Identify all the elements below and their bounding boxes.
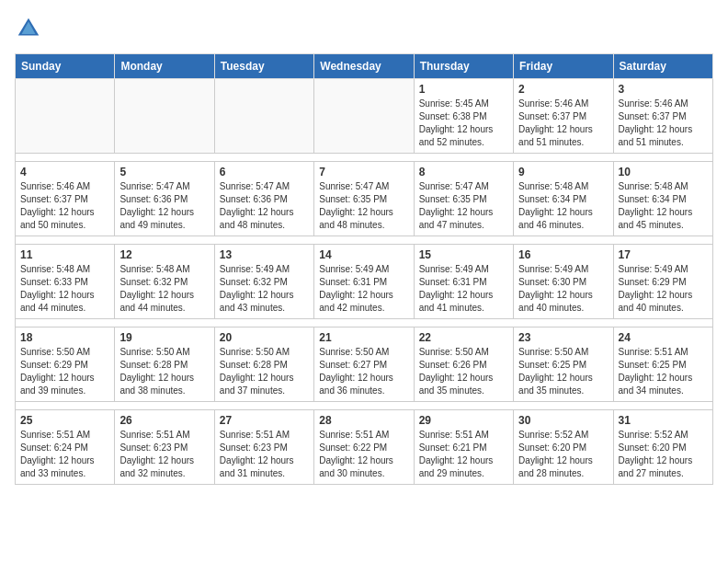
calendar-day-cell: 2Sunrise: 5:46 AM Sunset: 6:37 PM Daylig… — [514, 79, 613, 154]
day-number: 4 — [20, 166, 109, 178]
day-number: 18 — [20, 331, 109, 344]
day-info: Sunrise: 5:49 AM Sunset: 6:31 PM Dayligh… — [419, 263, 508, 315]
calendar-day-cell: 10Sunrise: 5:48 AM Sunset: 6:34 PM Dayli… — [613, 162, 712, 236]
day-number: 6 — [220, 166, 309, 178]
logo-icon — [15, 15, 42, 42]
day-info: Sunrise: 5:50 AM Sunset: 6:25 PM Dayligh… — [518, 346, 608, 397]
weekday-header: Monday — [115, 54, 214, 79]
day-number: 8 — [419, 166, 508, 178]
calendar-day-cell: 21Sunrise: 5:50 AM Sunset: 6:27 PM Dayli… — [314, 327, 414, 402]
day-info: Sunrise: 5:47 AM Sunset: 6:36 PM Dayligh… — [119, 180, 209, 232]
calendar-day-cell: 6Sunrise: 5:47 AM Sunset: 6:36 PM Daylig… — [214, 162, 313, 236]
day-info: Sunrise: 5:50 AM Sunset: 6:28 PM Dayligh… — [220, 346, 309, 397]
calendar-day-cell: 13Sunrise: 5:49 AM Sunset: 6:32 PM Dayli… — [214, 245, 313, 319]
day-number: 30 — [518, 414, 608, 427]
day-info: Sunrise: 5:51 AM Sunset: 6:23 PM Dayligh… — [220, 429, 309, 480]
calendar-day-cell — [214, 79, 313, 154]
day-info: Sunrise: 5:45 AM Sunset: 6:38 PM Dayligh… — [419, 98, 508, 149]
calendar-day-cell: 19Sunrise: 5:50 AM Sunset: 6:28 PM Dayli… — [115, 327, 214, 402]
weekday-header: Sunday — [16, 54, 115, 79]
calendar-day-cell: 31Sunrise: 5:52 AM Sunset: 6:20 PM Dayli… — [613, 410, 712, 485]
calendar-week-row: 1Sunrise: 5:45 AM Sunset: 6:38 PM Daylig… — [16, 79, 713, 154]
week-separator — [16, 154, 713, 162]
calendar-day-cell — [314, 79, 414, 154]
day-info: Sunrise: 5:51 AM Sunset: 6:23 PM Dayligh… — [119, 429, 209, 480]
day-info: Sunrise: 5:47 AM Sunset: 6:35 PM Dayligh… — [319, 180, 408, 232]
calendar-header-row: SundayMondayTuesdayWednesdayThursdayFrid… — [16, 54, 713, 79]
day-info: Sunrise: 5:51 AM Sunset: 6:25 PM Dayligh… — [619, 346, 708, 397]
day-info: Sunrise: 5:46 AM Sunset: 6:37 PM Dayligh… — [619, 98, 708, 149]
day-info: Sunrise: 5:49 AM Sunset: 6:29 PM Dayligh… — [619, 263, 708, 315]
day-info: Sunrise: 5:51 AM Sunset: 6:22 PM Dayligh… — [319, 429, 408, 480]
day-info: Sunrise: 5:47 AM Sunset: 6:35 PM Dayligh… — [419, 180, 508, 232]
day-number: 23 — [518, 331, 608, 344]
day-number: 25 — [20, 414, 109, 427]
day-number: 31 — [619, 414, 708, 427]
day-info: Sunrise: 5:50 AM Sunset: 6:26 PM Dayligh… — [419, 346, 508, 397]
day-number: 13 — [220, 248, 309, 261]
calendar-day-cell — [16, 79, 115, 154]
day-number: 19 — [119, 331, 209, 344]
calendar-day-cell: 18Sunrise: 5:50 AM Sunset: 6:29 PM Dayli… — [16, 327, 115, 402]
day-number: 5 — [119, 166, 209, 178]
calendar-day-cell: 16Sunrise: 5:49 AM Sunset: 6:30 PM Dayli… — [514, 245, 613, 319]
day-number: 21 — [319, 331, 408, 344]
day-info: Sunrise: 5:48 AM Sunset: 6:32 PM Dayligh… — [119, 263, 209, 315]
day-number: 17 — [619, 248, 708, 261]
calendar-day-cell: 5Sunrise: 5:47 AM Sunset: 6:36 PM Daylig… — [115, 162, 214, 236]
day-number: 15 — [419, 248, 508, 261]
calendar-day-cell: 22Sunrise: 5:50 AM Sunset: 6:26 PM Dayli… — [414, 327, 513, 402]
calendar-day-cell: 11Sunrise: 5:48 AM Sunset: 6:33 PM Dayli… — [16, 245, 115, 319]
day-info: Sunrise: 5:50 AM Sunset: 6:29 PM Dayligh… — [20, 346, 109, 397]
calendar-week-row: 18Sunrise: 5:50 AM Sunset: 6:29 PM Dayli… — [16, 327, 713, 402]
calendar-day-cell: 25Sunrise: 5:51 AM Sunset: 6:24 PM Dayli… — [16, 410, 115, 485]
weekday-header: Saturday — [613, 54, 712, 79]
day-number: 20 — [220, 331, 309, 344]
calendar-day-cell — [115, 79, 214, 154]
calendar-day-cell: 26Sunrise: 5:51 AM Sunset: 6:23 PM Dayli… — [115, 410, 214, 485]
day-number: 3 — [619, 83, 708, 96]
day-number: 24 — [619, 331, 708, 344]
day-info: Sunrise: 5:46 AM Sunset: 6:37 PM Dayligh… — [20, 180, 109, 232]
calendar-week-row: 4Sunrise: 5:46 AM Sunset: 6:37 PM Daylig… — [16, 162, 713, 236]
day-info: Sunrise: 5:49 AM Sunset: 6:31 PM Dayligh… — [319, 263, 408, 315]
day-info: Sunrise: 5:50 AM Sunset: 6:27 PM Dayligh… — [319, 346, 408, 397]
day-number: 2 — [518, 83, 608, 96]
calendar-day-cell: 28Sunrise: 5:51 AM Sunset: 6:22 PM Dayli… — [314, 410, 414, 485]
day-number: 9 — [518, 166, 608, 178]
weekday-header: Wednesday — [314, 54, 414, 79]
weekday-header: Friday — [514, 54, 613, 79]
calendar-day-cell: 15Sunrise: 5:49 AM Sunset: 6:31 PM Dayli… — [414, 245, 513, 319]
day-info: Sunrise: 5:49 AM Sunset: 6:30 PM Dayligh… — [518, 263, 608, 315]
day-info: Sunrise: 5:48 AM Sunset: 6:34 PM Dayligh… — [619, 180, 708, 232]
day-number: 1 — [419, 83, 508, 96]
day-info: Sunrise: 5:48 AM Sunset: 6:33 PM Dayligh… — [20, 263, 109, 315]
day-info: Sunrise: 5:47 AM Sunset: 6:36 PM Dayligh… — [220, 180, 309, 232]
day-number: 22 — [419, 331, 508, 344]
calendar-day-cell: 1Sunrise: 5:45 AM Sunset: 6:38 PM Daylig… — [414, 79, 513, 154]
day-info: Sunrise: 5:52 AM Sunset: 6:20 PM Dayligh… — [619, 429, 708, 480]
calendar-table: SundayMondayTuesdayWednesdayThursdayFrid… — [15, 53, 713, 485]
calendar-day-cell: 9Sunrise: 5:48 AM Sunset: 6:34 PM Daylig… — [514, 162, 613, 236]
calendar-day-cell: 14Sunrise: 5:49 AM Sunset: 6:31 PM Dayli… — [314, 245, 414, 319]
day-info: Sunrise: 5:50 AM Sunset: 6:28 PM Dayligh… — [119, 346, 209, 397]
calendar-day-cell: 20Sunrise: 5:50 AM Sunset: 6:28 PM Dayli… — [214, 327, 313, 402]
week-separator — [16, 319, 713, 327]
day-number: 12 — [119, 248, 209, 261]
day-info: Sunrise: 5:46 AM Sunset: 6:37 PM Dayligh… — [518, 98, 608, 149]
day-info: Sunrise: 5:48 AM Sunset: 6:34 PM Dayligh… — [518, 180, 608, 232]
day-number: 16 — [518, 248, 608, 261]
calendar-day-cell: 24Sunrise: 5:51 AM Sunset: 6:25 PM Dayli… — [613, 327, 712, 402]
calendar-day-cell: 23Sunrise: 5:50 AM Sunset: 6:25 PM Dayli… — [514, 327, 613, 402]
day-number: 28 — [319, 414, 408, 427]
week-separator — [16, 236, 713, 245]
day-info: Sunrise: 5:49 AM Sunset: 6:32 PM Dayligh… — [220, 263, 309, 315]
day-number: 27 — [220, 414, 309, 427]
calendar-day-cell: 27Sunrise: 5:51 AM Sunset: 6:23 PM Dayli… — [214, 410, 313, 485]
day-info: Sunrise: 5:51 AM Sunset: 6:24 PM Dayligh… — [20, 429, 109, 480]
calendar-day-cell: 12Sunrise: 5:48 AM Sunset: 6:32 PM Dayli… — [115, 245, 214, 319]
day-number: 26 — [119, 414, 209, 427]
calendar-day-cell: 8Sunrise: 5:47 AM Sunset: 6:35 PM Daylig… — [414, 162, 513, 236]
week-separator — [16, 402, 713, 410]
calendar-day-cell: 30Sunrise: 5:52 AM Sunset: 6:20 PM Dayli… — [514, 410, 613, 485]
